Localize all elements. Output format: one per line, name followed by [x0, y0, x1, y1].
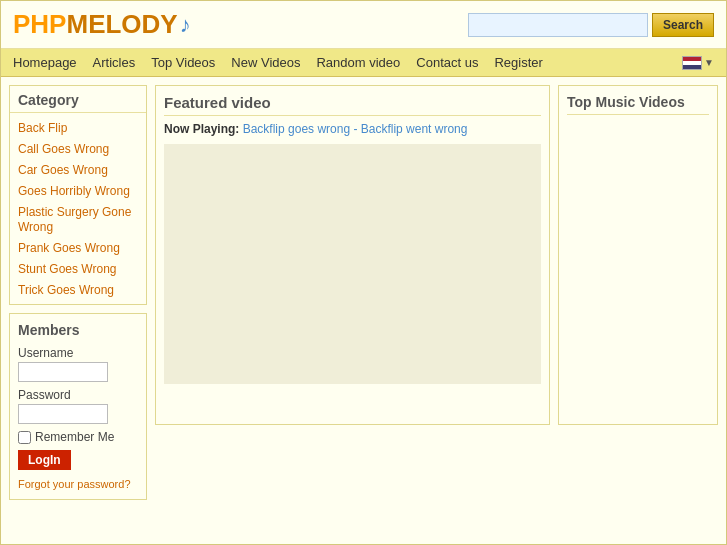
now-playing-label: Now Playing:	[164, 122, 239, 136]
right-sidebar: Top Music Videos	[558, 85, 718, 500]
nav-top-videos[interactable]: Top Videos	[151, 55, 215, 70]
flag-dropdown-icon[interactable]: ▼	[704, 57, 714, 68]
list-item: Back Flip	[10, 117, 146, 138]
search-area: Search	[468, 13, 714, 37]
username-input[interactable]	[18, 362, 108, 382]
password-input[interactable]	[18, 404, 108, 424]
search-input[interactable]	[468, 13, 648, 37]
category-link-call[interactable]: Call Goes Wrong	[18, 142, 109, 156]
category-link-stunt[interactable]: Stunt Goes Wrong	[18, 262, 117, 276]
forgot-password-link[interactable]: Forgot your password?	[18, 478, 131, 490]
logo-note: ♪	[180, 12, 191, 38]
nav-links: Homepage Articles Top Videos New Videos …	[13, 55, 543, 70]
members-title: Members	[18, 322, 138, 338]
video-player	[164, 144, 541, 384]
category-link-trick[interactable]: Trick Goes Wrong	[18, 283, 114, 297]
remember-row: Remember Me	[18, 430, 138, 444]
remember-checkbox[interactable]	[18, 431, 31, 444]
list-item: Prank Goes Wrong	[10, 237, 146, 258]
nav-register[interactable]: Register	[494, 55, 542, 70]
category-link-car[interactable]: Car Goes Wrong	[18, 163, 108, 177]
now-playing: Now Playing: Backflip goes wrong - Backf…	[164, 122, 541, 136]
logo-melody: MELODY	[66, 9, 177, 40]
login-button[interactable]: LogIn	[18, 450, 71, 470]
page-wrapper: PHPMELODY♪ Search Homepage Articles Top …	[0, 0, 727, 545]
list-item: Goes Horribly Wrong	[10, 180, 146, 201]
now-playing-link[interactable]: Backflip goes wrong - Backflip went wron…	[243, 122, 468, 136]
category-link-prank[interactable]: Prank Goes Wrong	[18, 241, 120, 255]
search-button[interactable]: Search	[652, 13, 714, 37]
nav-contact[interactable]: Contact us	[416, 55, 478, 70]
main-content: Category Back Flip Call Goes Wrong Car G…	[1, 77, 726, 508]
center-content: Featured video Now Playing: Backflip goe…	[155, 85, 550, 500]
sidebar: Category Back Flip Call Goes Wrong Car G…	[9, 85, 147, 500]
logo: PHPMELODY♪	[13, 9, 191, 40]
category-link-backflip[interactable]: Back Flip	[18, 121, 67, 135]
category-link-plastic[interactable]: Plastic Surgery Gone Wrong	[18, 205, 131, 234]
nav-homepage[interactable]: Homepage	[13, 55, 77, 70]
category-section: Category Back Flip Call Goes Wrong Car G…	[9, 85, 147, 305]
category-title: Category	[10, 86, 146, 113]
header: PHPMELODY♪ Search	[1, 1, 726, 49]
list-item: Stunt Goes Wrong	[10, 258, 146, 279]
category-list: Back Flip Call Goes Wrong Car Goes Wrong…	[10, 113, 146, 304]
nav-new-videos[interactable]: New Videos	[231, 55, 300, 70]
list-item: Car Goes Wrong	[10, 159, 146, 180]
password-label: Password	[18, 388, 138, 402]
featured-title: Featured video	[164, 94, 541, 116]
nav-random-video[interactable]: Random video	[316, 55, 400, 70]
username-label: Username	[18, 346, 138, 360]
remember-label: Remember Me	[35, 430, 114, 444]
top-videos-section: Top Music Videos	[558, 85, 718, 425]
nav-articles[interactable]: Articles	[93, 55, 136, 70]
nav-bar: Homepage Articles Top Videos New Videos …	[1, 49, 726, 77]
featured-section: Featured video Now Playing: Backflip goe…	[155, 85, 550, 425]
top-videos-title: Top Music Videos	[567, 94, 709, 115]
flag-icon	[682, 56, 702, 70]
list-item: Trick Goes Wrong	[10, 279, 146, 300]
logo-php: PHP	[13, 9, 66, 40]
members-section: Members Username Password Remember Me Lo…	[9, 313, 147, 500]
list-item: Call Goes Wrong	[10, 138, 146, 159]
category-link-goat[interactable]: Goes Horribly Wrong	[18, 184, 130, 198]
list-item: Plastic Surgery Gone Wrong	[10, 201, 146, 237]
flag-area: ▼	[682, 56, 714, 70]
